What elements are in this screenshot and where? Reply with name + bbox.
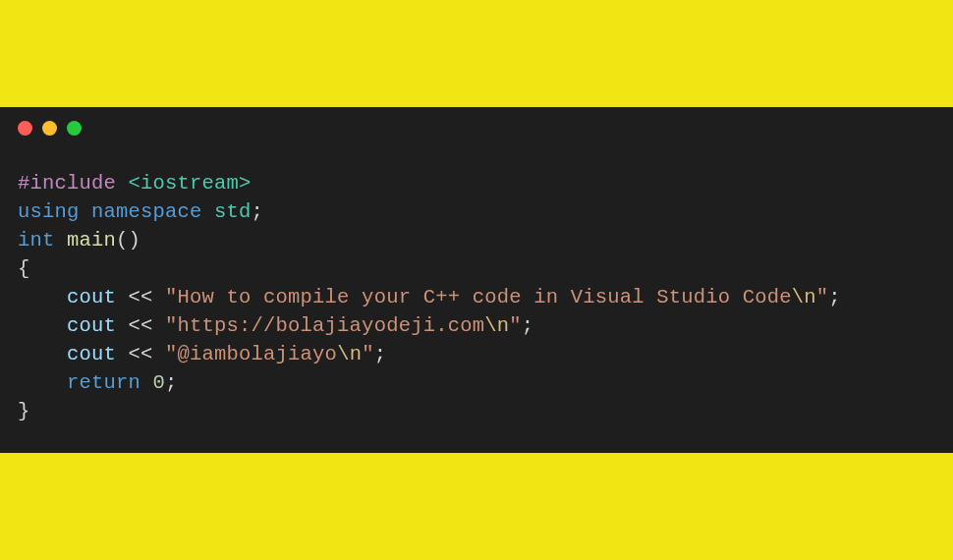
minimize-icon[interactable]: [42, 121, 57, 136]
cout-object: cout: [67, 286, 116, 308]
keyword-namespace: namespace: [91, 200, 202, 223]
include-header: <iostream>: [129, 172, 252, 195]
maximize-icon[interactable]: [67, 121, 82, 136]
stream-operator: <<: [129, 343, 153, 365]
stream-operator: <<: [129, 314, 153, 337]
stream-operator: <<: [129, 286, 153, 308]
escape-sequence: \n: [484, 314, 509, 337]
cout-object: cout: [67, 314, 116, 337]
keyword-return: return: [67, 371, 140, 394]
function-main: main: [67, 229, 116, 252]
brace-open: {: [18, 257, 30, 280]
brace-close: }: [18, 400, 30, 422]
close-icon[interactable]: [18, 121, 32, 136]
code-content: #include <iostream> using namespace std;…: [0, 141, 953, 454]
escape-sequence: \n: [337, 343, 362, 365]
cout-object: cout: [67, 343, 116, 365]
window-titlebar: [0, 107, 953, 141]
code-editor-window: #include <iostream> using namespace std;…: [0, 107, 953, 454]
namespace-std: std: [214, 200, 252, 223]
type-int: int: [18, 229, 55, 252]
string-literal: How to compile your C++ code in Visual S…: [178, 286, 792, 308]
string-literal: @iambolajiayo: [178, 343, 338, 365]
string-literal: https://bolajiayodeji.com: [178, 314, 485, 337]
number-literal: 0: [153, 371, 166, 394]
preprocessor-directive: #include: [18, 172, 116, 195]
keyword-using: using: [18, 200, 80, 223]
escape-sequence: \n: [792, 286, 816, 308]
